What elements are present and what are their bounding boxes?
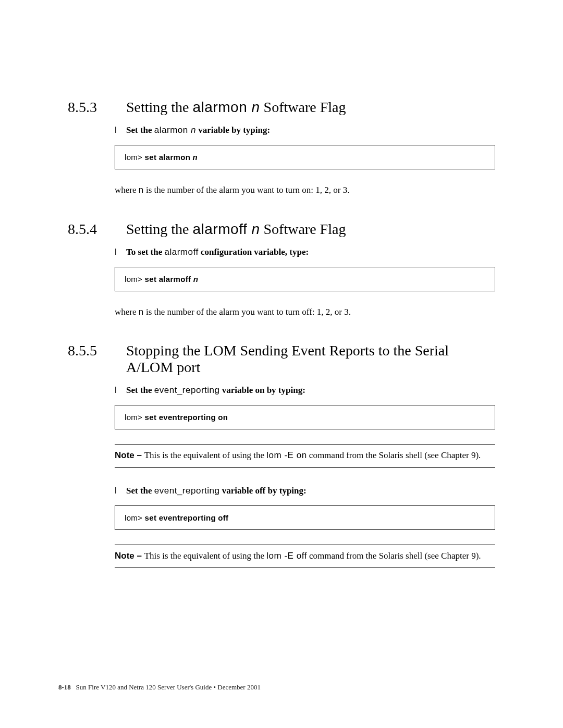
paragraph: where n is the number of the alarm you w… <box>115 184 495 197</box>
code-block: lom> set alarmoff n <box>115 267 495 291</box>
section-title: Setting the alarmoff n Software Flag <box>126 221 495 238</box>
paragraph: where n is the number of the alarm you w… <box>115 306 495 319</box>
section-body: l Set the alarmon n variable by typing: … <box>115 125 495 197</box>
instruction-line: l Set the alarmon n variable by typing: <box>115 125 495 135</box>
section-title: Stopping the LOM Sending Event Reports t… <box>126 342 495 376</box>
footer-text: Sun Fire V120 and Netra 120 Server User'… <box>76 683 261 691</box>
note-block: Note – This is the equivalent of using t… <box>115 545 495 569</box>
instruction-text: Set the event_reporting variable on by t… <box>126 385 495 396</box>
instruction-line: l Set the event_reporting variable off b… <box>115 486 495 496</box>
bullet-icon: l <box>115 125 126 135</box>
bullet-icon: l <box>115 385 126 396</box>
page-number: 8-18 <box>58 683 71 691</box>
section-heading: 8.5.5 Stopping the LOM Sending Event Rep… <box>68 342 495 376</box>
instruction-text: Set the alarmon n variable by typing: <box>126 125 495 135</box>
section-number: 8.5.5 <box>68 342 126 376</box>
page-footer: 8-18 Sun Fire V120 and Netra 120 Server … <box>58 683 261 692</box>
section-body: l To set the alarmoff configuration vari… <box>115 247 495 319</box>
code-block: lom> set alarmon n <box>115 145 495 169</box>
code-block: lom> set eventreporting off <box>115 505 495 530</box>
section-heading: 8.5.3 Setting the alarmon n Software Fla… <box>68 99 495 116</box>
instruction-text: Set the event_reporting variable off by … <box>126 486 495 496</box>
instruction-line: l To set the alarmoff configuration vari… <box>115 247 495 257</box>
section-number: 8.5.4 <box>68 221 126 238</box>
bullet-icon: l <box>115 247 126 257</box>
bullet-icon: l <box>115 486 126 496</box>
section-title: Setting the alarmon n Software Flag <box>126 99 495 116</box>
section-heading: 8.5.4 Setting the alarmoff n Software Fl… <box>68 221 495 238</box>
document-page: 8.5.3 Setting the alarmon n Software Fla… <box>0 0 563 728</box>
section-number: 8.5.3 <box>68 99 126 116</box>
instruction-text: To set the alarmoff configuration variab… <box>126 247 495 257</box>
note-block: Note – This is the equivalent of using t… <box>115 444 495 468</box>
code-block: lom> set eventreporting on <box>115 405 495 429</box>
instruction-line: l Set the event_reporting variable on by… <box>115 385 495 396</box>
section-body: l Set the event_reporting variable on by… <box>115 385 495 568</box>
